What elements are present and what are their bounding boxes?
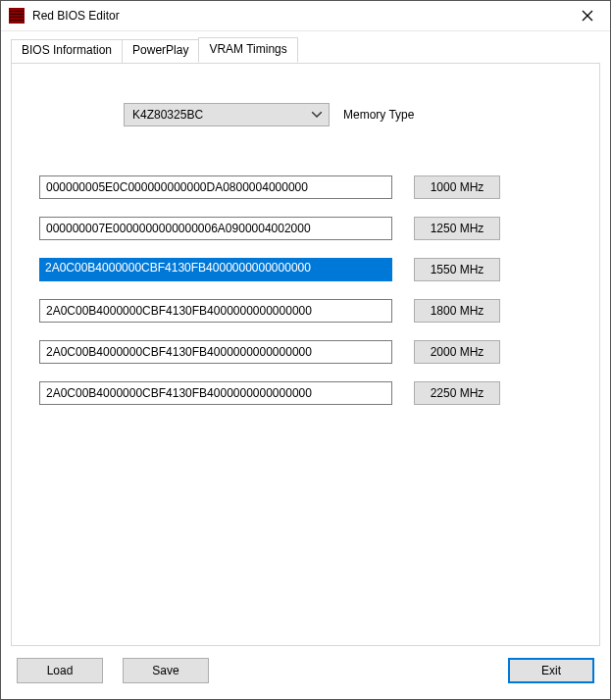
timing-input[interactable] bbox=[39, 175, 392, 199]
timing-input[interactable] bbox=[39, 340, 392, 364]
tab-bios-information[interactable]: BIOS Information bbox=[11, 39, 123, 65]
load-button[interactable]: Load bbox=[17, 658, 103, 683]
timing-row: 1250 MHz bbox=[39, 217, 572, 240]
svg-rect-1 bbox=[10, 14, 24, 15]
app-icon bbox=[9, 8, 25, 24]
chevron-down-icon bbox=[311, 109, 323, 121]
svg-rect-2 bbox=[10, 17, 24, 18]
memory-type-label: Memory Type bbox=[343, 108, 414, 122]
freq-button[interactable]: 2000 MHz bbox=[414, 340, 500, 364]
timing-row: 2A0C00B4000000CBF4130FB4000000000000000 … bbox=[39, 258, 572, 281]
tab-powerplay[interactable]: PowerPlay bbox=[122, 39, 199, 65]
timing-row: 2000 MHz bbox=[39, 340, 572, 364]
tab-bar: BIOS Information PowerPlay VRAM Timings bbox=[11, 37, 600, 63]
tab-panel-vram-timings: K4Z80325BC Memory Type 1000 MHz 1250 MHz… bbox=[11, 63, 600, 646]
memory-type-dropdown[interactable]: K4Z80325BC bbox=[124, 103, 330, 126]
svg-rect-3 bbox=[10, 11, 24, 12]
titlebar: Red BIOS Editor bbox=[1, 1, 610, 31]
close-icon bbox=[582, 10, 593, 22]
freq-button[interactable]: 1250 MHz bbox=[414, 217, 500, 240]
save-button[interactable]: Save bbox=[123, 658, 209, 683]
close-button[interactable] bbox=[565, 1, 610, 31]
timing-input[interactable] bbox=[39, 299, 392, 323]
timing-input[interactable] bbox=[39, 217, 392, 240]
freq-button[interactable]: 2250 MHz bbox=[414, 381, 500, 405]
tab-vram-timings[interactable]: VRAM Timings bbox=[198, 37, 297, 63]
timing-row: 1800 MHz bbox=[39, 299, 572, 323]
freq-button[interactable]: 1800 MHz bbox=[414, 299, 500, 323]
timing-row: 2250 MHz bbox=[39, 381, 572, 405]
exit-button[interactable]: Exit bbox=[508, 658, 594, 683]
svg-rect-4 bbox=[10, 20, 24, 21]
freq-button[interactable]: 1550 MHz bbox=[414, 258, 500, 281]
freq-button[interactable]: 1000 MHz bbox=[414, 175, 500, 199]
memory-type-selected: K4Z80325BC bbox=[132, 108, 311, 122]
timing-input[interactable] bbox=[39, 381, 392, 405]
window-title: Red BIOS Editor bbox=[32, 9, 565, 23]
timing-rows: 1000 MHz 1250 MHz 2A0C00B4000000CBF4130F… bbox=[39, 175, 572, 423]
bottom-button-bar: Load Save Exit bbox=[11, 658, 600, 689]
timing-row: 1000 MHz bbox=[39, 175, 572, 199]
timing-input[interactable] bbox=[39, 258, 392, 281]
svg-rect-0 bbox=[9, 8, 25, 24]
